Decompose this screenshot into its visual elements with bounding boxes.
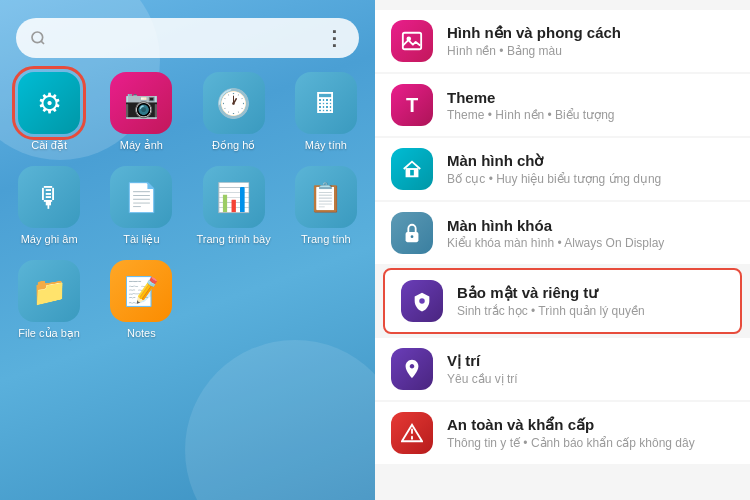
menu-text-lockscreen: Màn hình khóa Kiểu khóa màn hình • Alway… <box>447 217 734 250</box>
menu-text-location: Vị trí Yêu cầu vị trí <box>447 352 734 386</box>
menu-sub-wallpaper: Hình nền • Bảng màu <box>447 44 734 58</box>
menu-title-homescreen: Màn hình chờ <box>447 152 734 170</box>
app-item-sheets[interactable]: 📋Trang tính <box>287 166 365 246</box>
menu-text-security: Bảo mật và riêng tư Sinh trắc học • Trìn… <box>457 284 724 318</box>
app-label-slides: Trang trình bày <box>197 233 271 245</box>
app-icon-calc: 🖩 <box>295 72 357 134</box>
svg-rect-2 <box>403 33 421 50</box>
app-icon-slides: 📊 <box>203 166 265 228</box>
menu-icon-security <box>401 280 443 322</box>
menu-item-lockscreen[interactable]: Màn hình khóa Kiểu khóa màn hình • Alway… <box>375 202 750 264</box>
app-icon-notes: 📝 <box>110 260 172 322</box>
app-label-recorder: Máy ghi âm <box>21 233 78 245</box>
menu-item-wallpaper[interactable]: Hình nền và phong cách Hình nền • Bảng m… <box>375 10 750 72</box>
app-label-sheets: Trang tính <box>301 233 351 245</box>
menu-title-lockscreen: Màn hình khóa <box>447 217 734 234</box>
menu-text-wallpaper: Hình nền và phong cách Hình nền • Bảng m… <box>447 24 734 58</box>
menu-icon-emergency <box>391 412 433 454</box>
app-icon-camera: 📷 <box>110 72 172 134</box>
svg-point-8 <box>411 235 414 238</box>
menu-title-theme: Theme <box>447 89 734 106</box>
app-label-notes: Notes <box>127 327 156 339</box>
menu-sub-theme: Theme • Hình nền • Biểu tượng <box>447 108 734 122</box>
menu-item-theme[interactable]: T Theme Theme • Hình nền • Biểu tượng <box>375 74 750 136</box>
svg-point-9 <box>419 298 425 304</box>
menu-title-location: Vị trí <box>447 352 734 370</box>
app-icon-files: 📁 <box>18 260 80 322</box>
app-label-camera: Máy ảnh <box>120 139 163 152</box>
app-grid: ⚙Cài đặt📷Máy ảnh🕐Đồng hồ🖩Máy tính🎙Máy gh… <box>0 72 375 340</box>
menu-icon-lockscreen <box>391 212 433 254</box>
svg-point-10 <box>411 438 413 440</box>
menu-item-location[interactable]: Vị trí Yêu cầu vị trí <box>375 338 750 400</box>
left-panel: ⋮ ⚙Cài đặt📷Máy ảnh🕐Đồng hồ🖩Máy tính🎙Máy … <box>0 0 375 500</box>
menu-text-homescreen: Màn hình chờ Bố cục • Huy hiệu biểu tượn… <box>447 152 734 186</box>
right-panel: Hình nền và phong cách Hình nền • Bảng m… <box>375 0 750 500</box>
search-options-icon[interactable]: ⋮ <box>324 26 345 50</box>
menu-sub-security: Sinh trắc học • Trình quản lý quyền <box>457 304 724 318</box>
search-input[interactable] <box>54 30 316 47</box>
menu-item-security[interactable]: Bảo mật và riêng tư Sinh trắc học • Trìn… <box>383 268 742 334</box>
app-item-files[interactable]: 📁File của bạn <box>10 260 88 340</box>
menu-sub-emergency: Thông tin y tế • Cảnh báo khẩn cấp không… <box>447 436 734 450</box>
menu-item-homescreen[interactable]: Màn hình chờ Bố cục • Huy hiệu biểu tượn… <box>375 138 750 200</box>
app-item-slides[interactable]: 📊Trang trình bày <box>195 166 273 246</box>
app-item-calc[interactable]: 🖩Máy tính <box>287 72 365 152</box>
svg-line-1 <box>41 41 44 44</box>
menu-icon-homescreen <box>391 148 433 190</box>
app-label-calc: Máy tính <box>305 139 347 151</box>
app-icon-settings: ⚙ <box>18 72 80 134</box>
app-icon-docs: 📄 <box>110 166 172 228</box>
app-label-clock: Đồng hồ <box>212 139 255 152</box>
menu-title-security: Bảo mật và riêng tư <box>457 284 724 302</box>
menu-icon-location <box>391 348 433 390</box>
menu-title-emergency: An toàn và khẩn cấp <box>447 416 734 434</box>
app-item-clock[interactable]: 🕐Đồng hồ <box>195 72 273 152</box>
menu-text-theme: Theme Theme • Hình nền • Biểu tượng <box>447 89 734 122</box>
app-label-files: File của bạn <box>18 327 80 340</box>
svg-point-0 <box>32 32 43 43</box>
app-icon-sheets: 📋 <box>295 166 357 228</box>
menu-text-emergency: An toàn và khẩn cấp Thông tin y tế • Cản… <box>447 416 734 450</box>
app-icon-clock: 🕐 <box>203 72 265 134</box>
app-item-docs[interactable]: 📄Tài liệu <box>102 166 180 246</box>
menu-sub-homescreen: Bố cục • Huy hiệu biểu tượng ứng dụng <box>447 172 734 186</box>
menu-sub-lockscreen: Kiểu khóa màn hình • Always On Display <box>447 236 734 250</box>
app-item-camera[interactable]: 📷Máy ảnh <box>102 72 180 152</box>
app-icon-recorder: 🎙 <box>18 166 80 228</box>
menu-icon-theme: T <box>391 84 433 126</box>
app-item-recorder[interactable]: 🎙Máy ghi âm <box>10 166 88 246</box>
menu-icon-wallpaper <box>391 20 433 62</box>
search-icon <box>30 30 46 46</box>
search-bar[interactable]: ⋮ <box>16 18 359 58</box>
app-label-docs: Tài liệu <box>123 233 159 246</box>
app-item-notes[interactable]: 📝Notes <box>102 260 180 340</box>
menu-sub-location: Yêu cầu vị trí <box>447 372 734 386</box>
menu-item-emergency[interactable]: An toàn và khẩn cấp Thông tin y tế • Cản… <box>375 402 750 464</box>
menu-title-wallpaper: Hình nền và phong cách <box>447 24 734 42</box>
app-item-settings[interactable]: ⚙Cài đặt <box>10 72 88 152</box>
app-label-settings: Cài đặt <box>31 139 67 152</box>
